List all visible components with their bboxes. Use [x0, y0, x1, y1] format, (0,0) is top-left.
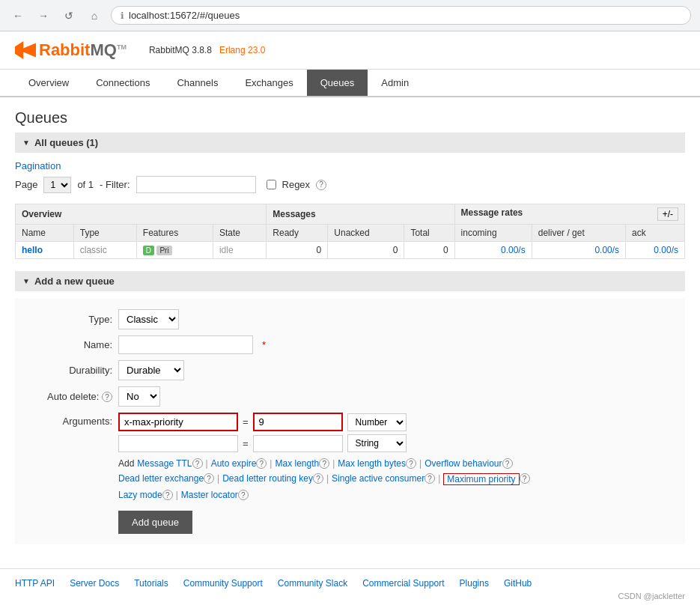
erlang-badge: Erlang 23.0 — [219, 45, 265, 55]
queue-table: Overview Messages Message rates +/- Name… — [15, 204, 685, 259]
row-state: idle — [213, 242, 266, 259]
name-input[interactable] — [118, 335, 253, 354]
durability-select[interactable]: Durable Transient — [118, 360, 184, 380]
max-length-bytes-help[interactable]: ? — [406, 458, 416, 469]
footer-commercial-support[interactable]: Commercial Support — [362, 578, 444, 589]
of-text: of 1 — [77, 179, 94, 190]
type-select[interactable]: Classic Quorum — [118, 309, 179, 329]
footer-http-api[interactable]: HTTP API — [15, 578, 55, 589]
col-incoming: incoming — [454, 225, 532, 242]
add-link-auto-expire[interactable]: Auto expire — [211, 458, 257, 469]
overflow-behaviour-help[interactable]: ? — [502, 458, 513, 469]
footer-community-support[interactable]: Community Support — [183, 578, 263, 589]
pagination-controls: Page 1 of 1 - Filter: Regex ? — [15, 176, 685, 193]
add-link-dead-letter-routing-key[interactable]: Dead letter routing key — [222, 473, 313, 485]
logo-rabbit: Rabbit — [39, 40, 90, 59]
nav-exchanges[interactable]: Exchanges — [231, 70, 306, 96]
add-link-lazy-mode[interactable]: Lazy mode — [118, 490, 162, 500]
arg2-val-input[interactable] — [253, 435, 343, 452]
badge-pri: Pri — [156, 246, 171, 255]
add-links-row1: Add Message TTL ? | Auto expire ? | Max … — [30, 458, 670, 469]
regex-label: Regex — [282, 179, 311, 190]
forward-button[interactable]: → — [34, 7, 52, 25]
add-queue-btn-wrapper: Add queue — [30, 505, 670, 534]
footer-community-slack[interactable]: Community Slack — [278, 578, 347, 589]
footer-server-docs[interactable]: Server Docs — [70, 578, 119, 589]
auto-expire-help[interactable]: ? — [256, 458, 267, 469]
logo-tm: TM — [117, 43, 127, 51]
nav-overview[interactable]: Overview — [15, 70, 82, 96]
footer-github[interactable]: GitHub — [504, 578, 532, 589]
version-badge: RabbitMQ 3.8.8 — [149, 45, 212, 55]
table-messages-header: Messages — [267, 204, 454, 225]
message-ttl-help[interactable]: ? — [192, 458, 203, 469]
add-link-message-ttl[interactable]: Message TTL — [137, 458, 192, 469]
row-total: 0 — [404, 242, 454, 259]
add-links-row3: Lazy mode ? | Master locator ? — [30, 490, 670, 500]
back-button[interactable]: ← — [9, 7, 27, 25]
plus-minus-button[interactable]: +/- — [657, 207, 678, 221]
add-link-max-length-bytes[interactable]: Max length bytes — [338, 458, 406, 469]
add-queue-section-header[interactable]: ▼ Add a new queue — [15, 271, 685, 291]
nav-connections[interactable]: Connections — [82, 70, 163, 96]
add-queue-button[interactable]: Add queue — [118, 511, 192, 534]
logo-icon — [15, 41, 36, 59]
max-length-help[interactable]: ? — [319, 458, 329, 469]
add-link-maximum-priority[interactable]: Maximum priority — [443, 473, 519, 485]
auto-delete-help[interactable]: ? — [102, 392, 112, 402]
page-text: Page — [15, 179, 37, 190]
page-select[interactable]: 1 — [43, 177, 71, 193]
site-header: RabbitMQTM RabbitMQ 3.8.8 Erlang 23.0 — [0, 31, 700, 70]
nav-channels[interactable]: Channels — [163, 70, 231, 96]
regex-checkbox[interactable] — [267, 180, 276, 189]
all-queues-section-header[interactable]: ▼ All queues (1) — [15, 133, 685, 153]
main-nav: Overview Connections Channels Exchanges … — [0, 70, 700, 97]
arg1-key-input[interactable] — [118, 413, 238, 431]
filter-input[interactable] — [136, 176, 256, 193]
reload-button[interactable]: ↺ — [60, 7, 78, 25]
row-unacked: 0 — [328, 242, 404, 259]
nav-admin[interactable]: Admin — [368, 70, 422, 96]
col-ack: ack — [626, 225, 685, 242]
header-meta: RabbitMQ 3.8.8 Erlang 23.0 — [149, 45, 265, 55]
add-link-overflow-behaviour[interactable]: Overflow behaviour — [424, 458, 502, 469]
footer-credit: CSDN @jackletter — [15, 592, 685, 601]
arg2-key-input[interactable] — [118, 435, 238, 452]
maximum-priority-help[interactable]: ? — [520, 473, 530, 484]
address-bar[interactable]: ℹ localhost:15672/#/queues — [111, 6, 691, 25]
add-link-single-active-consumer[interactable]: Single active consumer — [332, 473, 424, 485]
arg1-val-input[interactable] — [253, 413, 343, 431]
row-deliver-get: 0.00/s — [532, 242, 625, 259]
dead-letter-exchange-help[interactable]: ? — [204, 473, 214, 484]
home-button[interactable]: ⌂ — [85, 7, 103, 25]
args-inputs: = Number String Boolean Float = — [118, 413, 407, 452]
dead-letter-routing-key-help[interactable]: ? — [313, 473, 323, 484]
add-link-max-length[interactable]: Max length — [275, 458, 319, 469]
content: Queues ▼ All queues (1) Pagination Page … — [0, 97, 700, 568]
col-ready: Ready — [267, 225, 328, 242]
queue-name-link[interactable]: hello — [22, 245, 43, 255]
single-active-consumer-help[interactable]: ? — [424, 473, 435, 484]
nav-queues[interactable]: Queues — [307, 70, 368, 96]
arg1-type-select[interactable]: Number String Boolean Float — [347, 413, 407, 431]
arg2-type-select[interactable]: String Number Boolean Float — [347, 434, 407, 452]
auto-delete-select[interactable]: No Yes — [118, 386, 160, 407]
info-icon: ℹ — [121, 10, 124, 21]
footer-plugins[interactable]: Plugins — [460, 578, 489, 589]
site-footer: HTTP API Server Docs Tutorials Community… — [0, 568, 700, 605]
row-features: D Pri — [136, 242, 213, 259]
row-name: hello — [16, 242, 74, 259]
arg-line-2: = String Number Boolean Float — [118, 434, 407, 452]
pagination-label[interactable]: Pagination — [15, 160, 685, 171]
footer-tutorials[interactable]: Tutorials — [134, 578, 168, 589]
add-link-dead-letter-exchange[interactable]: Dead letter exchange — [118, 473, 204, 485]
badge-d: D — [143, 246, 154, 255]
all-queues-label: All queues (1) — [34, 137, 98, 148]
add-link-master-locator[interactable]: Master locator — [181, 490, 238, 500]
master-locator-help[interactable]: ? — [238, 490, 249, 500]
regex-help-icon[interactable]: ? — [316, 180, 326, 190]
row-ready: 0 — [267, 242, 328, 259]
durability-label: Durability: — [30, 365, 112, 376]
lazy-mode-help[interactable]: ? — [162, 490, 173, 500]
col-unacked: Unacked — [328, 225, 404, 242]
